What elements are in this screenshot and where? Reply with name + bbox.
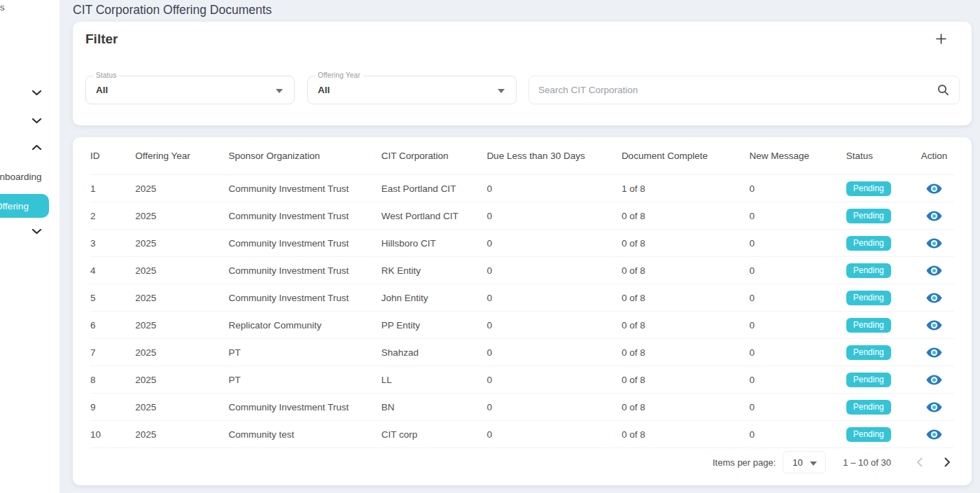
cell-new-message: 0 (750, 265, 846, 276)
next-page-icon[interactable] (940, 455, 954, 469)
filter-card: Filter Status All Offering Year All (73, 22, 972, 125)
view-eye-icon[interactable] (926, 375, 942, 385)
cell-due-less-30: 0 (486, 211, 622, 221)
status-filter-label: Status (93, 71, 120, 79)
cell-cit-corporation: Shahzad (382, 347, 487, 358)
cell-cit-corporation: LL (382, 375, 487, 385)
cell-due-less-30: 0 (486, 238, 622, 249)
cell-new-message: 0 (750, 347, 846, 358)
view-eye-icon[interactable] (926, 293, 942, 303)
view-eye-icon[interactable] (926, 183, 942, 194)
sidebar-item-fragment[interactable]: s (0, 2, 5, 13)
cell-document-complete: 0 of 8 (622, 402, 750, 412)
cell-sponsor-org: Community Investment Trust (228, 265, 381, 276)
column-header-due-less-30: Due Less than 30 Days (486, 151, 622, 161)
cell-document-complete: 0 of 8 (622, 238, 750, 249)
cell-id: 5 (90, 293, 135, 303)
column-header-cit-corporation: CIT Corporation (382, 151, 487, 161)
cell-due-less-30: 0 (486, 429, 622, 440)
sidebar-item-offering-active[interactable]: Offering (0, 194, 49, 218)
column-header-new-message: New Message (750, 151, 846, 161)
cell-new-message: 0 (750, 211, 846, 221)
cell-document-complete: 0 of 8 (622, 375, 750, 385)
view-eye-icon[interactable] (926, 429, 942, 440)
view-eye-icon[interactable] (926, 347, 942, 358)
cell-offering-year: 2025 (135, 238, 228, 249)
sidebar: s Onboarding Offering (0, 0, 60, 493)
items-per-page-select[interactable]: 10 (783, 451, 826, 473)
status-badge: Pending (846, 345, 891, 360)
status-badge: Pending (846, 373, 891, 387)
status-badge: Pending (846, 181, 891, 196)
chevron-down-icon[interactable] (31, 90, 42, 96)
cell-cit-corporation: CIT corp (382, 429, 487, 440)
cell-offering-year: 2025 (135, 211, 228, 221)
view-eye-icon[interactable] (926, 265, 942, 276)
cell-cit-corporation: PP Entity (382, 320, 487, 331)
cell-id: 10 (90, 429, 135, 440)
cell-due-less-30: 0 (486, 183, 622, 194)
sidebar-item-onboarding[interactable]: Onboarding (0, 172, 42, 182)
add-icon[interactable] (934, 32, 948, 46)
cell-cit-corporation: East Portland CIT (382, 183, 487, 194)
chevron-down-icon[interactable] (31, 118, 42, 124)
table-row: 8 2025 PT LL 0 0 of 8 0 Pending (90, 366, 954, 394)
cell-sponsor-org: PT (228, 375, 381, 385)
column-header-id: ID (90, 151, 135, 161)
cell-due-less-30: 0 (486, 347, 622, 358)
cell-sponsor-org: PT (228, 347, 381, 358)
search-input[interactable] (538, 85, 937, 95)
status-filter-value: All (96, 85, 108, 95)
cell-sponsor-org: Community Investment Trust (228, 402, 381, 412)
status-filter-select[interactable]: Status All (85, 76, 295, 104)
cell-offering-year: 2025 (135, 429, 228, 440)
cell-due-less-30: 0 (486, 265, 622, 276)
cell-id: 3 (90, 238, 135, 249)
items-per-page-label: Items per page: (713, 457, 776, 468)
cell-new-message: 0 (750, 429, 846, 440)
table-row: 7 2025 PT Shahzad 0 0 of 8 0 Pending (90, 339, 954, 366)
view-eye-icon[interactable] (926, 211, 942, 221)
view-eye-icon[interactable] (926, 320, 942, 331)
table-row: 10 2025 Community test CIT corp 0 0 of 8… (90, 421, 954, 448)
cell-id: 8 (90, 375, 135, 385)
view-eye-icon[interactable] (926, 402, 942, 412)
column-header-offering-year: Offering Year (135, 151, 228, 161)
previous-page-icon[interactable] (912, 455, 926, 469)
cell-new-message: 0 (750, 402, 846, 412)
cell-sponsor-org: Community Investment Trust (228, 238, 381, 249)
cell-offering-year: 2025 (135, 402, 228, 412)
cell-sponsor-org: Community Investment Trust (228, 293, 381, 303)
cell-id: 6 (90, 320, 135, 331)
cell-id: 2 (90, 211, 135, 221)
table-row: 6 2025 Replicator Community PP Entity 0 … (90, 312, 954, 339)
chevron-down-icon (276, 89, 283, 93)
cell-id: 7 (90, 347, 135, 358)
offering-year-filter-select[interactable]: Offering Year All (307, 76, 517, 104)
filter-heading: Filter (85, 32, 118, 47)
cell-sponsor-org: Community Investment Trust (228, 183, 381, 194)
cell-document-complete: 0 of 8 (622, 429, 750, 440)
pagination-range: 1 – 10 of 30 (843, 457, 891, 468)
table-row: 9 2025 Community Investment Trust BN 0 0… (90, 394, 954, 421)
chevron-down-icon[interactable] (31, 228, 42, 235)
offering-year-filter-label: Offering Year (315, 71, 363, 79)
cell-new-message: 0 (750, 293, 846, 303)
cell-document-complete: 0 of 8 (622, 265, 750, 276)
status-badge: Pending (846, 427, 891, 442)
search-field (528, 76, 960, 104)
column-header-document-complete: Document Complete (622, 151, 750, 161)
chevron-up-icon[interactable] (31, 144, 42, 151)
cell-offering-year: 2025 (135, 293, 228, 303)
table-row: 3 2025 Community Investment Trust Hillsb… (90, 230, 954, 257)
table-row: 4 2025 Community Investment Trust RK Ent… (90, 257, 954, 284)
table-row: 5 2025 Community Investment Trust John E… (90, 284, 954, 312)
cell-due-less-30: 0 (486, 402, 622, 412)
cell-due-less-30: 0 (486, 320, 622, 331)
search-icon[interactable] (937, 84, 949, 96)
cell-sponsor-org: Community Investment Trust (228, 211, 381, 221)
cell-due-less-30: 0 (486, 293, 622, 303)
table-row: 2 2025 Community Investment Trust West P… (90, 202, 954, 230)
view-eye-icon[interactable] (926, 238, 942, 249)
cell-offering-year: 2025 (135, 183, 228, 194)
